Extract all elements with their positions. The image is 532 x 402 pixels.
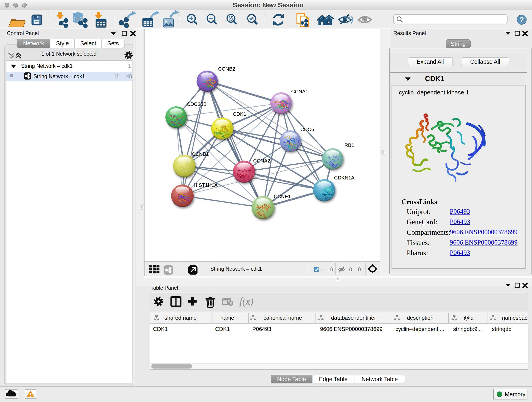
svg-text:HIST1H1A: HIST1H1A [194,182,218,188]
svg-text:CCNB2: CCNB2 [218,66,235,72]
svg-text:CDK1: CDK1 [233,111,246,117]
svg-text:CCNA1: CCNA1 [291,89,308,95]
svg-text:CDKN1A: CDKN1A [334,175,355,181]
svg-text:@id: @id [464,315,474,321]
svg-text:CCNA2: CCNA2 [253,158,270,164]
svg-text:1 – 0: 1 – 0 [322,267,333,273]
svg-text:description: description [407,315,433,321]
svg-text:?: ? [519,16,524,24]
svg-text:f(x): f(x) [239,296,253,307]
svg-text:CDC25B: CDC25B [187,101,207,107]
svg-text:String Network – cdk1: String Network – cdk1 [210,266,262,272]
svg-text:namespac: namespac [502,315,527,321]
svg-text:CDC6: CDC6 [300,127,314,132]
svg-text:database identifier: database identifier [331,315,376,321]
svg-text:CCNB1: CCNB1 [192,151,209,157]
svg-text:canonical name: canonical name [264,315,302,321]
svg-text:0 – 0: 0 – 0 [349,267,361,273]
svg-text:RB1: RB1 [344,142,354,148]
svg-text:name: name [220,315,234,321]
svg-text:shared name: shared name [165,315,196,321]
svg-text:CCNE1: CCNE1 [274,194,291,199]
